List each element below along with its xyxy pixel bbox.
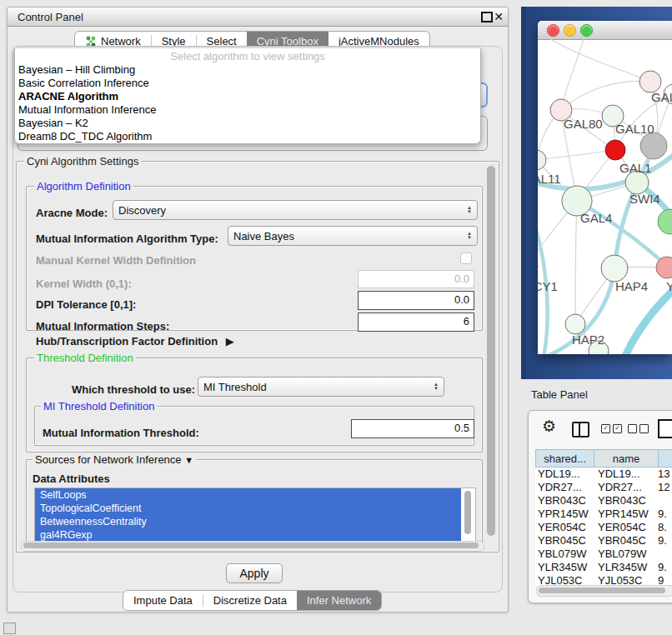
table-row[interactable]: YBR045CYBR045C9. xyxy=(535,534,672,548)
gear-icon[interactable]: ⚙ xyxy=(542,417,556,436)
tab-discretize-data[interactable]: Discretize Data xyxy=(203,591,297,610)
frame-shadow-edge xyxy=(521,7,526,379)
combo-arrows-icon: ▲▼ xyxy=(434,382,439,391)
aracne-mode-combo[interactable]: Discovery ▲▼ xyxy=(113,200,478,220)
mac-close-icon[interactable] xyxy=(547,24,559,37)
node-label-gal10: GAL10 xyxy=(615,122,654,136)
table-row[interactable]: YDR27...YDR27...12 xyxy=(535,481,672,494)
mi-steps-label: Mutual Information Steps: xyxy=(36,320,169,332)
panel-title: Control Panel xyxy=(18,11,83,23)
table-row[interactable]: YJL053CYJL053C9 xyxy=(535,574,672,585)
column-header-name[interactable]: name xyxy=(594,449,658,468)
manual-kernel-checkbox[interactable] xyxy=(460,252,472,264)
combo-arrows-icon: ▲▼ xyxy=(467,206,472,214)
settings-horizontal-scrollbar[interactable] xyxy=(21,541,484,552)
dock-square-icon[interactable] xyxy=(3,622,16,634)
dropdown-item[interactable]: Bayesian – K2 xyxy=(15,117,480,130)
dropdown-placeholder: Select algorithm to view settings xyxy=(15,48,480,63)
node-label-y: Y xyxy=(666,279,672,293)
algorithm-definition-title: Algorithm Definition xyxy=(34,180,133,192)
cyni-bottom-tabs: Impute Data Discretize Data Infer Networ… xyxy=(123,590,382,611)
settings-vertical-scrollbar[interactable] xyxy=(487,166,495,536)
node-hap2[interactable] xyxy=(565,314,585,334)
mi-threshold-input[interactable]: 0.5 xyxy=(351,419,474,438)
mi-steps-input[interactable]: 6 xyxy=(358,312,474,332)
node-label-gal1: GAL1 xyxy=(619,161,651,175)
mac-zoom-icon[interactable] xyxy=(580,24,593,37)
column-layout-icon[interactable] xyxy=(572,422,589,438)
table-header: shared... name xyxy=(535,449,672,468)
list-item[interactable]: gal4RGexp xyxy=(35,528,461,542)
file-icon[interactable] xyxy=(658,419,672,438)
node-label-gal4: GAL4 xyxy=(580,211,612,225)
tab-impute-data[interactable]: Impute Data xyxy=(123,591,203,610)
dpi-tolerance-label: DPI Tolerance [0,1]: xyxy=(36,298,136,311)
control-panel-titlebar[interactable]: Control Panel ✕ xyxy=(8,8,508,27)
deselect-all-checkboxes-icon[interactable] xyxy=(628,424,649,433)
table-body: YDL19...YDL19...13 YDR27...YDR27...12 YB… xyxy=(535,468,672,585)
node-label-swi4: SWI4 xyxy=(629,192,660,206)
dropdown-item[interactable]: Mutual Information Inference xyxy=(15,103,480,117)
mi-type-combo[interactable]: Naive Bayes ▲▼ xyxy=(228,226,478,246)
node-bright-green[interactable] xyxy=(658,209,672,234)
table-horizontal-scrollbar[interactable] xyxy=(536,585,672,597)
threshold-definition-title: Threshold Definition xyxy=(34,352,136,364)
column-header-shared[interactable]: shared... xyxy=(535,449,594,468)
dropdown-item-selected[interactable]: ARACNE Algorithm xyxy=(15,90,480,103)
select-all-checkboxes-icon[interactable]: ✓✓ xyxy=(601,424,622,433)
table-row[interactable]: YER054CYER054C8. xyxy=(535,521,672,534)
list-item[interactable]: BetweennessCentrality xyxy=(35,515,461,528)
sources-group-toggle[interactable]: Sources for Network Inference ▼ xyxy=(33,453,196,466)
network-window-titlebar[interactable] xyxy=(538,21,672,40)
node-label-gal11: GAL11 xyxy=(538,172,561,186)
node-gray[interactable] xyxy=(640,132,667,159)
close-icon[interactable]: ✕ xyxy=(494,12,504,22)
hub-section-toggle[interactable]: Hub/Transcription Factor Definition ▶ xyxy=(36,335,234,348)
list-item[interactable]: TopologicalCoefficient xyxy=(35,502,461,515)
which-threshold-label: Which threshold to use: xyxy=(72,383,195,396)
node-hap4[interactable] xyxy=(601,255,628,282)
dropdown-item[interactable]: Basic Correlation Inference xyxy=(15,77,480,90)
manual-kernel-label: Manual Kernel Width Definition xyxy=(36,254,196,267)
table-row[interactable]: YDL19...YDL19...13 xyxy=(535,468,672,481)
node-label-gal2: GAL xyxy=(651,90,672,104)
mi-threshold-group-title: MI Threshold Definition xyxy=(41,400,157,412)
table-panel-title: Table Panel xyxy=(531,388,588,401)
table-panel-area: Table Panel ⚙ ✓✓ shared... name YDL19...… xyxy=(521,379,672,635)
data-attributes-label: Data Attributes xyxy=(33,472,110,485)
dropdown-item[interactable]: Bayesian – Hill Climbing xyxy=(15,63,480,77)
combo-arrows-icon: ▲▼ xyxy=(467,232,472,240)
table-row[interactable]: YBL079WYBL079W xyxy=(535,548,672,561)
kernel-width-input[interactable]: 0.0 xyxy=(358,270,474,288)
expand-right-icon: ▶ xyxy=(226,335,234,348)
table-row[interactable]: YBR043CYBR043C xyxy=(535,494,672,508)
collapse-down-icon: ▼ xyxy=(184,455,193,465)
apply-button[interactable]: Apply xyxy=(226,563,283,583)
node-label-hap4: HAP4 xyxy=(615,279,648,293)
table-row[interactable]: YLR345WYLR345W9. xyxy=(535,561,672,574)
network-window: GAL GAL80 GAL10 GAL1 GAL11 SWI4 GAL4 GCY… xyxy=(538,21,672,354)
algorithm-dropdown-popup: Select algorithm to view settings Bayesi… xyxy=(14,48,481,144)
column-header-clipped[interactable] xyxy=(658,449,672,468)
kernel-width-label: Kernel Width (0,1): xyxy=(36,278,132,290)
data-attributes-list: SelfLoops TopologicalCoefficient Between… xyxy=(34,488,476,542)
table-subwindow: ⚙ ✓✓ shared... name YDL19...YDL19...13 Y… xyxy=(528,410,672,603)
dropdown-item[interactable]: Dream8 DC_TDC Algorithm xyxy=(15,130,480,143)
which-threshold-combo[interactable]: MI Threshold ▲▼ xyxy=(198,377,444,397)
float-icon[interactable] xyxy=(481,12,493,22)
table-row[interactable]: YPR145WYPR145W9. xyxy=(535,508,672,521)
dpi-tolerance-input[interactable]: 0.0 xyxy=(358,291,474,310)
node-gal1-red[interactable] xyxy=(605,140,625,160)
mi-threshold-label: Mutual Information Threshold: xyxy=(43,427,199,439)
tab-infer-network[interactable]: Infer Network xyxy=(297,591,381,610)
control-panel-window: Control Panel ✕ Network Style Select Cyn… xyxy=(7,7,509,612)
mac-minimize-icon[interactable] xyxy=(564,24,576,37)
node-label-hap2: HAP2 xyxy=(572,332,604,347)
node-label-gcy1: GCY1 xyxy=(538,279,558,293)
aracne-mode-label: Aracne Mode: xyxy=(36,207,108,219)
node-label-gal80: GAL80 xyxy=(564,117,603,131)
list-item[interactable]: SelfLoops xyxy=(35,488,461,502)
screen: Control Panel ✕ Network Style Select Cyn… xyxy=(0,0,672,635)
node-gal11[interactable] xyxy=(538,150,546,170)
list-vertical-scrollbar[interactable] xyxy=(464,491,471,534)
